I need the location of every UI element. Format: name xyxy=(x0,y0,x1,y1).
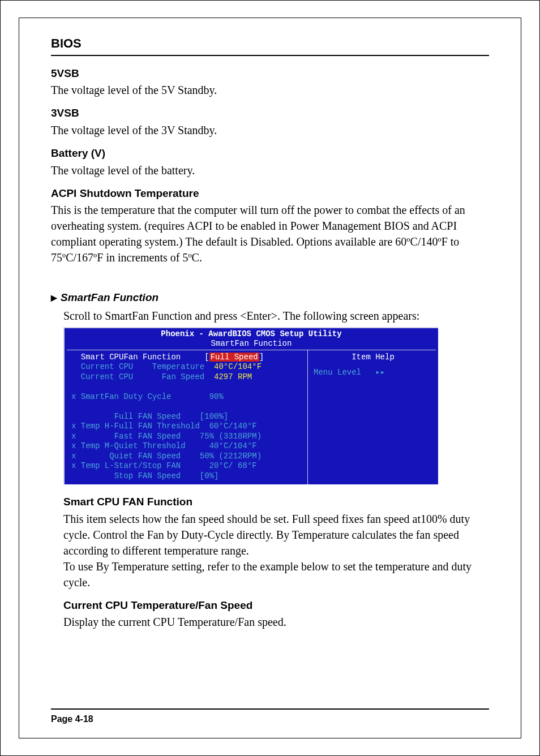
item-head-current-cpu: Current CPU Temperature/Fan Speed xyxy=(63,598,489,613)
triangle-icon: ▶ xyxy=(51,293,57,304)
bios-row-th-value: 60°C/140°F xyxy=(209,422,257,431)
bios-title-line1: Phoenix - AwardBIOS CMOS Setup Utility xyxy=(161,329,341,338)
item-body-smart-cpu-fan: This item selects how the fan speed shou… xyxy=(63,511,489,590)
bios-row-lstart-value: 20°C/ 68°F xyxy=(209,461,257,470)
bios-row-duty-label: SmartFan Duty Cycle xyxy=(81,392,172,401)
bios-row-cur-fan-value: 4297 RPM xyxy=(214,372,252,381)
smartfan-intro: Scroll to SmartFan Function and press <E… xyxy=(63,308,489,324)
bios-menu-level-label: Menu Level xyxy=(314,368,361,377)
bios-screenshot: Phoenix - AwardBIOS CMOS Setup Utility S… xyxy=(63,327,438,485)
smartfan-heading-text: SmartFan Function xyxy=(61,291,158,303)
item-body-battery: The voltage level of the battery. xyxy=(51,162,489,178)
item-body-current-cpu: Display the current CPU Temperature/Fan … xyxy=(63,614,489,630)
bios-menu-level: Menu Level ▸▸ xyxy=(314,368,432,378)
bios-item-help: Item Help xyxy=(314,353,432,363)
bios-row-th-label: Temp H-Full FAN Threshold xyxy=(81,422,200,431)
item-head-5vsb: 5VSB xyxy=(51,66,489,81)
item-head-smart-cpu-fan: Smart CPU FAN Function xyxy=(63,495,489,510)
bios-row-duty-value: 90% xyxy=(209,392,224,401)
bios-row-fast-label: Fast FAN Speed xyxy=(114,432,181,441)
item-body-5vsb: The voltage level of the 5V Standby. xyxy=(51,82,489,98)
bios-menu-level-marker: ▸▸ xyxy=(375,368,385,377)
bios-row-fast-value: 75% (3318RPM) xyxy=(200,432,262,441)
chapter-title: BIOS xyxy=(51,35,489,53)
item-head-battery: Battery (V) xyxy=(51,146,489,161)
bios-row-mquiet-label: Temp M-Quiet Threshold xyxy=(81,441,186,450)
bios-row-smart-cpufan: Smart CPUFan Function xyxy=(81,353,181,362)
smartfan-section: ▶SmartFan Function Scroll to SmartFan Fu… xyxy=(51,290,489,630)
bios-row-fullfan-value: [100%] xyxy=(200,412,228,421)
page-number: Page 4-18 xyxy=(51,713,489,725)
bios-title-line2: SmartFan Function xyxy=(65,339,438,349)
bios-title: Phoenix - AwardBIOS CMOS Setup Utility S… xyxy=(65,328,438,350)
bios-row-stop-value: [0%] xyxy=(200,471,219,480)
bios-row-mquiet-value: 40°C/104°F xyxy=(209,441,257,450)
bios-left-panel: Smart CPUFan Function [Full Speed] Curre… xyxy=(67,350,307,485)
footer-rule xyxy=(51,708,489,710)
item-head-3vsb: 3VSB xyxy=(51,106,489,121)
bios-row-stop-label: Stop FAN Speed xyxy=(114,471,181,480)
bios-row-quiet-value: 50% (2212RPM) xyxy=(200,452,262,461)
bios-row-cur-temp-value: 40°C/104°F xyxy=(214,362,262,371)
bios-row-cur-temp-label: Current CPU Temperature xyxy=(81,362,204,371)
chapter-rule xyxy=(51,55,489,56)
bios-row-fullfan-label: Full FAN Speed xyxy=(114,412,181,421)
item-body-3vsb: The voltage level of the 3V Standby. xyxy=(51,122,489,138)
smartfan-heading: ▶SmartFan Function xyxy=(51,290,489,306)
page-content: BIOS 5VSB The voltage level of the 5V St… xyxy=(19,18,521,738)
bios-value-full-speed: Full Speed xyxy=(209,353,259,362)
bios-row-cur-fan-label: Current CPU Fan Speed xyxy=(81,372,204,381)
bios-row-quiet-label: Quiet FAN Speed xyxy=(109,452,181,461)
bios-row-lstart-label: Temp L-Start/Stop FAN xyxy=(81,461,181,470)
page-footer: Page 4-18 xyxy=(51,708,489,725)
item-head-acpi: ACPI Shutdown Temperature xyxy=(51,186,489,201)
page-outer-frame: BIOS 5VSB The voltage level of the 5V St… xyxy=(0,0,540,756)
bios-right-panel: Item Help Menu Level ▸▸ xyxy=(307,350,436,485)
item-body-acpi: This is the temperature that the compute… xyxy=(51,202,489,265)
